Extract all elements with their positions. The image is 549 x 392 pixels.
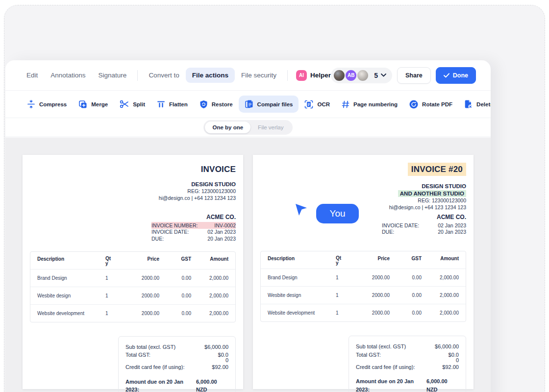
tool-compare-files[interactable]: Compair files <box>239 96 299 113</box>
gst-value: $0.00 <box>216 352 228 363</box>
editor-card: Edit Annotations Signature Convert to Fi… <box>5 60 491 392</box>
cell-gst: 0.00 <box>159 269 191 287</box>
totals-box: Sub total (excl. GST)$6,000.00 Total GST… <box>349 336 466 392</box>
column-header: Price <box>353 251 390 269</box>
tool-label: Restore <box>212 101 233 107</box>
invoice-title: INVOICE <box>30 165 236 174</box>
avatar[interactable] <box>356 69 369 82</box>
cell-gst: 0.00 <box>159 287 191 304</box>
table-row: Wesbite design 1 2000.00 0.00 2,000.00 <box>30 287 235 304</box>
chevron-down-icon <box>381 74 386 77</box>
meta-label: DUE: <box>151 236 164 242</box>
tool-flatten[interactable]: Flatten <box>151 97 194 112</box>
column-header: Description <box>30 252 105 270</box>
meta-value: INV-0002 <box>214 223 236 228</box>
meta-value: 02 Jan 2023 <box>207 229 236 235</box>
cell-qty: 1 <box>336 269 353 287</box>
table-row: Website development 1 2000.00 0.00 2,000… <box>30 304 235 322</box>
column-header: Description <box>261 251 336 269</box>
hash-icon <box>342 100 349 108</box>
company-contact: hi@design.co | +64 123 1234 123 <box>30 195 236 202</box>
tab-file-actions[interactable]: File actions <box>186 68 235 83</box>
rotate-icon <box>409 100 418 109</box>
tool-compress[interactable]: Compress <box>21 96 73 112</box>
done-button[interactable]: Done <box>436 67 476 84</box>
cell-description: Wesbite design <box>30 287 105 304</box>
cell-gst: 0.00 <box>159 304 191 322</box>
tab-annotations[interactable]: Annotations <box>44 68 92 83</box>
fee-value: $92.00 <box>212 363 228 371</box>
cell-description: Wesbite design <box>261 287 336 304</box>
avatar[interactable]: AB <box>345 69 357 82</box>
compare-mode-toggle: One by one File verlay <box>203 120 292 135</box>
cell-price: 2000.00 <box>123 269 159 287</box>
ai-helper-label: Helper <box>310 72 331 79</box>
cell-price: 2000.00 <box>353 269 390 287</box>
tab-ai-helper[interactable]: AI Helper <box>296 70 331 81</box>
tab-file-security[interactable]: File security <box>235 68 283 83</box>
collaborator-cursor: You <box>294 203 359 223</box>
toggle-file-overlay[interactable]: File verlay <box>250 122 291 133</box>
collaborator-count: 5 <box>374 72 378 79</box>
column-header: GST <box>159 252 191 270</box>
share-button[interactable]: Share <box>397 67 431 84</box>
company-reg: REG: 123000123000 <box>260 197 466 204</box>
amount-due-label: Amount due on 20 Jan 2023: <box>356 377 426 392</box>
subtotal-label: Sub total (excl. GST) <box>356 343 406 351</box>
compare-files-icon <box>245 99 253 109</box>
company-name: DESIGN STUDIO <box>30 181 236 188</box>
tool-label: Flatten <box>169 101 188 107</box>
main-toolbar: Edit Annotations Signature Convert to Fi… <box>5 60 491 91</box>
document-page-left: INVOICE DESIGN STUDIO REG: 123000123000 … <box>23 155 243 389</box>
file-actions-toolbar: Compress Merge Split Flatten Restore Com… <box>5 91 491 118</box>
cell-gst: 0.00 <box>390 269 422 287</box>
toggle-one-by-one[interactable]: One by one <box>205 122 250 133</box>
cell-amount: 2,000.00 <box>191 304 235 322</box>
invoice-date-row: INVOICE DATE: 02 Jan 2023 <box>382 222 466 229</box>
cursor-user-label: You <box>316 204 358 223</box>
cell-gst: 0.00 <box>390 304 422 322</box>
totals-box: Sub total (excl. GST)$6,000.00 Total GST… <box>118 336 236 392</box>
cell-qty: 1 <box>105 287 123 304</box>
scissors-icon <box>120 100 129 108</box>
tool-merge[interactable]: Merge <box>73 96 114 113</box>
table-row: Brand Design 1 2000.00 0.00 2,000.00 <box>30 269 235 287</box>
avatar[interactable] <box>333 69 346 82</box>
document-viewer: INVOICE DESIGN STUDIO REG: 123000123000 … <box>5 138 491 392</box>
company-contact: hi@design.co | +64 123 1234 123 <box>260 204 466 211</box>
subtotal-label: Sub total (excl. GST) <box>125 343 175 351</box>
cell-description: Brand Design <box>261 269 336 287</box>
tool-label: Rotate PDF <box>422 101 452 107</box>
tool-restore[interactable]: Restore <box>194 96 239 113</box>
ai-icon: AI <box>296 70 307 81</box>
gst-label: Total GST: <box>356 351 381 359</box>
column-header: Qty <box>105 256 113 266</box>
meta-label: INVOICE NUMBER: <box>151 223 198 228</box>
line-items-table: Description Qty Price GST Amount Brand D… <box>260 251 466 322</box>
cell-gst: 0.00 <box>390 287 422 304</box>
line-items-table: Description Qty Price GST Amount Brand D… <box>30 251 236 322</box>
divider <box>137 70 138 81</box>
company-name: DESIGN STUDIO <box>260 183 466 190</box>
company-extra-diff: AND ANOTHER STUDIO <box>260 190 466 197</box>
tool-label: Split <box>133 101 145 107</box>
amount-due-label: Amount due on 20 Jan 2023: <box>125 378 196 392</box>
tool-split[interactable]: Split <box>114 96 151 112</box>
tool-delete-pages[interactable]: Delete pages <box>458 96 491 113</box>
client-name: ACME CO. <box>260 214 466 220</box>
fee-label: Credit card fee (if using): <box>125 363 184 371</box>
tab-convert-to[interactable]: Convert to <box>142 68 185 83</box>
tab-signature[interactable]: Signature <box>92 68 133 83</box>
tool-rotate-pdf[interactable]: Rotate PDF <box>403 96 458 113</box>
tab-edit[interactable]: Edit <box>20 68 44 83</box>
collaborators-menu[interactable]: AB 5 <box>331 68 392 83</box>
tool-label: OCR <box>317 101 330 107</box>
table-row: Brand Design 1 2000.00 0.00 2,000.00 <box>261 269 466 287</box>
ocr-icon <box>304 100 313 109</box>
tool-ocr[interactable]: OCR <box>299 96 336 113</box>
tool-page-numbering[interactable]: Page numbering <box>336 97 403 112</box>
done-label: Done <box>453 72 468 79</box>
invoice-number-row-diff: INVOICE NUMBER: INV-0002 <box>151 222 236 229</box>
delete-page-icon <box>464 99 473 109</box>
amount-due-value: 6,000.00 NZD <box>196 378 228 392</box>
